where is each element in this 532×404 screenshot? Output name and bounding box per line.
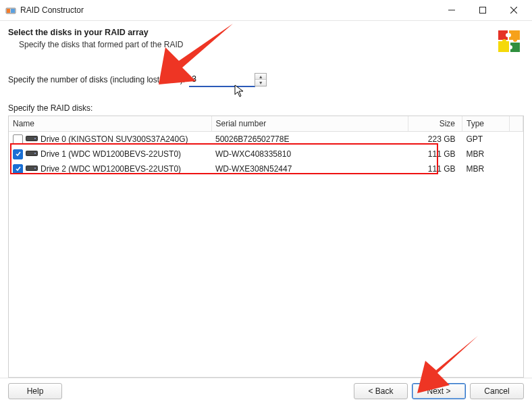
col-serial[interactable]: Serial number bbox=[211, 116, 408, 132]
svg-point-10 bbox=[34, 153, 36, 154]
drive-size: 223 GB bbox=[408, 132, 462, 147]
disk-table: Name Serial number Size Type Drive 0 (KI… bbox=[8, 116, 524, 378]
col-spacer bbox=[510, 116, 523, 132]
svg-rect-1 bbox=[7, 9, 10, 13]
num-disks-label: Specify the number of disks (including l… bbox=[8, 75, 185, 84]
table-row[interactable]: Drive 0 (KINGSTON SUV300S37A240G)50026B7… bbox=[9, 132, 523, 147]
wizard-header: Select the disks in your RAID array Spec… bbox=[8, 28, 524, 49]
drive-type: MBR bbox=[462, 147, 510, 161]
drive-type: MBR bbox=[462, 161, 510, 176]
table-row[interactable]: Drive 1 (WDC WD1200BEVS-22UST0)WD-WXC408… bbox=[9, 147, 523, 161]
drive-icon bbox=[26, 149, 38, 159]
maximize-button[interactable] bbox=[467, 0, 498, 20]
row-checkbox[interactable] bbox=[13, 134, 23, 145]
window-title: RAID Constructor bbox=[20, 5, 436, 15]
svg-rect-4 bbox=[480, 7, 486, 14]
minimize-button[interactable] bbox=[436, 0, 467, 20]
num-disks-spinner: ▲ ▼ bbox=[255, 73, 267, 86]
app-icon bbox=[5, 5, 16, 16]
client-area: Select the disks in your RAID array Spec… bbox=[0, 21, 532, 378]
titlebar: RAID Constructor bbox=[0, 0, 532, 21]
drive-serial: WD-WXC408335810 bbox=[211, 147, 408, 161]
num-disks-row: Specify the number of disks (including l… bbox=[8, 72, 524, 87]
drive-name: Drive 1 (WDC WD1200BEVS-22UST0) bbox=[41, 149, 181, 159]
cancel-button[interactable]: Cancel bbox=[470, 383, 524, 399]
table-header-row: Name Serial number Size Type bbox=[9, 116, 523, 132]
col-type[interactable]: Type bbox=[462, 116, 510, 132]
drive-serial: WD-WXE308N52447 bbox=[211, 161, 408, 176]
drive-size: 111 GB bbox=[408, 147, 462, 161]
page-title: Select the disks in your RAID array bbox=[8, 28, 524, 37]
close-button[interactable] bbox=[498, 0, 529, 20]
col-name[interactable]: Name bbox=[9, 116, 211, 132]
next-button[interactable]: Next > bbox=[412, 383, 466, 399]
window-root: RAID Constructor Select the disks in you… bbox=[0, 0, 532, 404]
back-button[interactable]: < Back bbox=[354, 383, 408, 399]
drive-icon bbox=[26, 164, 38, 174]
spinner-down-button[interactable]: ▼ bbox=[255, 80, 266, 86]
raid-disks-label: Specify the RAID disks: bbox=[8, 103, 524, 113]
col-size[interactable]: Size bbox=[408, 116, 462, 132]
drive-type: GPT bbox=[462, 132, 510, 147]
drive-name: Drive 0 (KINGSTON SUV300S37A240G) bbox=[41, 134, 188, 144]
drive-icon bbox=[26, 134, 38, 144]
drive-size: 111 GB bbox=[408, 161, 462, 176]
drive-serial: 50026B726502778E bbox=[211, 132, 408, 147]
svg-point-12 bbox=[34, 168, 36, 169]
svg-point-8 bbox=[34, 138, 36, 139]
wizard-footer: Help < Back Next > Cancel bbox=[0, 378, 532, 404]
svg-rect-2 bbox=[11, 9, 15, 13]
puzzle-icon bbox=[496, 26, 524, 55]
drive-name: Drive 2 (WDC WD1200BEVS-22UST0) bbox=[41, 164, 181, 174]
num-disks-input[interactable] bbox=[189, 72, 255, 87]
row-checkbox[interactable] bbox=[13, 149, 23, 159]
table-row[interactable]: Drive 2 (WDC WD1200BEVS-22UST0)WD-WXE308… bbox=[9, 161, 523, 176]
row-checkbox[interactable] bbox=[13, 164, 23, 174]
spinner-up-button[interactable]: ▲ bbox=[255, 74, 266, 80]
page-subtitle: Specify the disks that formed part of th… bbox=[19, 40, 524, 49]
help-button[interactable]: Help bbox=[8, 383, 62, 399]
